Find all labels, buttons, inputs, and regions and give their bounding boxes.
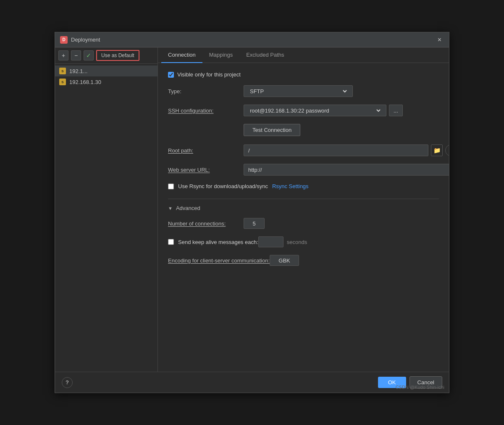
ssh-config-row: SSH configuration: root@192.168.1.30:22 … bbox=[168, 105, 439, 116]
keep-alive-checkbox[interactable] bbox=[168, 239, 174, 245]
sidebar-item-1[interactable]: S 192.1... bbox=[55, 66, 158, 76]
encoding-input[interactable] bbox=[270, 255, 299, 266]
root-path-input[interactable] bbox=[244, 144, 428, 156]
add-button[interactable]: + bbox=[58, 50, 68, 60]
ssh-config-label: SSH configuration: bbox=[168, 108, 244, 114]
root-path-label: Root path: bbox=[168, 147, 244, 154]
web-server-url-label: Web server URL: bbox=[168, 167, 244, 173]
advanced-header[interactable]: ▼ Advanced bbox=[168, 205, 439, 211]
rsync-row: Use Rsync for download/upload/sync Rsync… bbox=[168, 183, 439, 189]
encoding-label: Encoding for client-server communication… bbox=[168, 257, 270, 264]
sftp-icon-2: S bbox=[59, 79, 66, 85]
tab-excluded-paths[interactable]: Excluded Paths bbox=[239, 47, 291, 63]
connection-tab-content: Visible only for this project Type: SFTP… bbox=[158, 63, 449, 372]
folder-browse-button[interactable]: 📁 bbox=[431, 144, 443, 156]
tab-connection[interactable]: Connection bbox=[161, 47, 202, 63]
ssh-browse-button[interactable]: ... bbox=[389, 105, 403, 116]
server-list: S 192.1... S 192.168.1.30 bbox=[55, 64, 158, 372]
watermark: CSDN @Kudo Shin-ichi bbox=[396, 385, 444, 390]
remove-button[interactable]: − bbox=[71, 50, 81, 60]
root-path-wrapper: 📁 ? Autodetect bbox=[244, 144, 449, 156]
sidebar-item-label-1: 192.1... bbox=[69, 68, 87, 74]
connections-input[interactable] bbox=[244, 218, 265, 229]
dialog-title: Deployment bbox=[71, 37, 435, 43]
app-icon: D bbox=[60, 36, 68, 44]
sidebar-item-2[interactable]: S 192.168.1.30 bbox=[55, 76, 158, 87]
visible-only-label: Visible only for this project bbox=[177, 71, 241, 78]
sftp-icon-1: S bbox=[59, 68, 66, 74]
advanced-section: ▼ Advanced Number of connections: Send k… bbox=[168, 199, 439, 266]
keep-alive-input[interactable] bbox=[258, 236, 284, 247]
type-row: Type: SFTP FTP Local or mounted folder bbox=[168, 85, 439, 97]
type-select[interactable]: SFTP FTP Local or mounted folder bbox=[248, 88, 348, 95]
keep-alive-row: Send keep alive messages each: seconds bbox=[168, 236, 439, 247]
test-connection-button[interactable]: Test Connection bbox=[244, 124, 300, 136]
url-input-wrapper: 🌐 bbox=[244, 164, 449, 176]
sidebar-item-label-2: 192.168.1.30 bbox=[69, 79, 101, 85]
use-as-default-button[interactable]: Use as Default bbox=[96, 50, 139, 61]
web-server-url-input[interactable] bbox=[244, 164, 449, 176]
root-path-help-button[interactable]: ? bbox=[445, 144, 449, 156]
type-select-wrapper[interactable]: SFTP FTP Local or mounted folder bbox=[244, 85, 353, 97]
rsync-settings-link[interactable]: Rsync Settings bbox=[272, 183, 309, 189]
ssh-config-select[interactable]: root@192.168.1.30:22 password bbox=[248, 107, 382, 114]
tabs-bar: Connection Mappings Excluded Paths bbox=[158, 47, 449, 63]
ssh-config-wrapper: root@192.168.1.30:22 password ... bbox=[244, 105, 403, 116]
connections-label: Number of connections: bbox=[168, 220, 244, 227]
chevron-down-icon: ▼ bbox=[168, 206, 173, 211]
ssh-select-wrapper[interactable]: root@192.168.1.30:22 password bbox=[244, 105, 386, 116]
root-path-row: Root path: 📁 ? Autodetect bbox=[168, 144, 439, 156]
rsync-label: Use Rsync for download/upload/sync bbox=[178, 183, 268, 189]
tab-mappings[interactable]: Mappings bbox=[202, 47, 239, 63]
check-button[interactable]: ✓ bbox=[84, 50, 94, 60]
help-button[interactable]: ? bbox=[62, 377, 73, 388]
encoding-row: Encoding for client-server communication… bbox=[168, 255, 439, 266]
advanced-title: Advanced bbox=[176, 205, 200, 211]
visible-only-checkbox[interactable] bbox=[168, 72, 174, 78]
type-label: Type: bbox=[168, 88, 244, 94]
web-server-url-row: Web server URL: 🌐 bbox=[168, 164, 439, 176]
visible-only-row: Visible only for this project bbox=[168, 71, 439, 78]
keep-alive-label: Send keep alive messages each: bbox=[178, 239, 258, 245]
bottom-bar: ? OK Cancel bbox=[55, 372, 449, 393]
keep-alive-suffix: seconds bbox=[287, 239, 307, 245]
rsync-checkbox[interactable] bbox=[168, 184, 174, 189]
connections-row: Number of connections: bbox=[168, 218, 439, 229]
close-button[interactable]: × bbox=[435, 35, 444, 45]
